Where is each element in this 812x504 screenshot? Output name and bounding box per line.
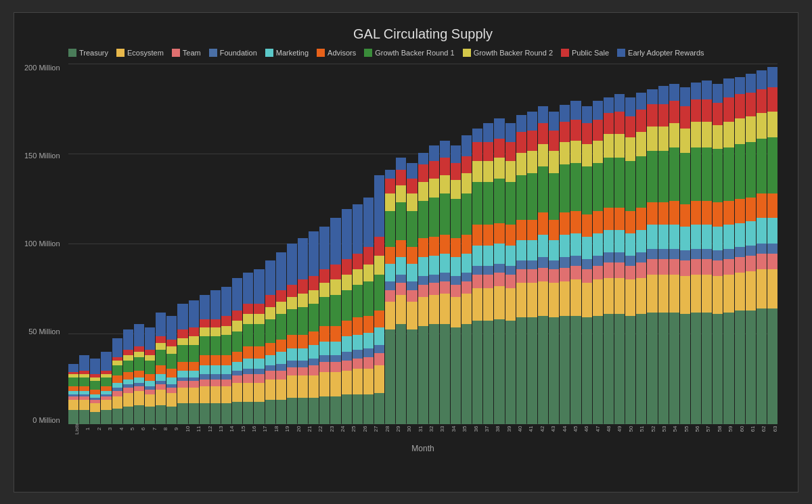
bar-segment bbox=[319, 362, 330, 372]
bar-segment bbox=[723, 275, 734, 313]
bar-segment bbox=[746, 74, 756, 93]
x-axis-label: 18 bbox=[273, 423, 279, 434]
x-axis-label: 5 bbox=[129, 423, 135, 434]
legend-item: Ecosystem bbox=[116, 49, 164, 57]
bar-group bbox=[570, 64, 581, 424]
bar-group bbox=[319, 64, 330, 424]
bar-segment bbox=[461, 324, 472, 423]
bar-segment bbox=[702, 275, 712, 313]
bar-segment bbox=[177, 371, 187, 377]
bar-segment bbox=[200, 403, 210, 423]
legend-color-swatch bbox=[209, 49, 217, 57]
bar-segment bbox=[538, 316, 548, 424]
bar-segment bbox=[636, 278, 646, 314]
bar-segment bbox=[287, 398, 297, 423]
bar-segment bbox=[560, 212, 570, 235]
bar-segment bbox=[342, 352, 352, 361]
legend-color-swatch bbox=[617, 49, 625, 57]
bar-segment bbox=[68, 364, 78, 373]
x-axis-label: 1 bbox=[85, 423, 91, 434]
bar-segment bbox=[757, 70, 767, 89]
bar-segment bbox=[123, 329, 133, 350]
bar-segment bbox=[287, 285, 297, 297]
bar-segment bbox=[287, 361, 297, 367]
bar-segment bbox=[189, 388, 199, 403]
bar-segment bbox=[735, 77, 745, 94]
bars-area bbox=[68, 64, 777, 424]
bar-segment bbox=[319, 227, 330, 269]
bar-group bbox=[68, 64, 78, 424]
x-axis-label: 7 bbox=[152, 423, 158, 434]
bar-segment bbox=[746, 142, 756, 197]
bar-segment bbox=[625, 161, 635, 211]
bar-segment bbox=[123, 361, 133, 373]
bar-segment bbox=[757, 139, 767, 193]
bar-segment bbox=[200, 327, 210, 336]
bar-segment bbox=[309, 304, 319, 331]
bar-segment bbox=[636, 230, 646, 252]
bar-segment bbox=[680, 260, 690, 276]
x-axis-label: Listing bbox=[74, 423, 80, 434]
bar-segment bbox=[560, 122, 570, 142]
x-axis-label: 44 bbox=[562, 423, 568, 434]
bar-segment bbox=[243, 383, 253, 402]
bar-segment bbox=[527, 260, 537, 269]
bar-segment bbox=[757, 244, 767, 254]
bar-segment bbox=[243, 402, 253, 424]
bar-segment bbox=[680, 129, 690, 153]
bar-segment bbox=[385, 247, 395, 264]
bar-group bbox=[593, 64, 603, 424]
bar-segment bbox=[549, 151, 559, 173]
bar-segment bbox=[625, 116, 635, 137]
bar-segment bbox=[396, 295, 406, 324]
bar-segment bbox=[79, 410, 89, 423]
bar-segment bbox=[112, 409, 122, 424]
bar-segment bbox=[342, 321, 352, 336]
bar-segment bbox=[746, 246, 756, 256]
bar-segment bbox=[625, 211, 635, 233]
bar-segment bbox=[461, 235, 472, 254]
bar-segment bbox=[210, 336, 221, 355]
bar-segment bbox=[582, 283, 592, 317]
bar-segment bbox=[647, 104, 657, 127]
bar-segment bbox=[451, 327, 461, 423]
bar-segment bbox=[647, 249, 657, 259]
bar-segment bbox=[582, 166, 592, 214]
bar-segment bbox=[68, 386, 78, 392]
bar-segment bbox=[232, 402, 242, 424]
bar-segment bbox=[145, 327, 155, 350]
bar-segment bbox=[385, 264, 395, 281]
bar-segment bbox=[156, 365, 166, 374]
bar-segment bbox=[735, 223, 745, 248]
bar-segment bbox=[549, 260, 559, 269]
bar-segment bbox=[429, 324, 439, 423]
bar-segment bbox=[614, 278, 625, 314]
bar-group bbox=[604, 64, 614, 424]
bar-segment bbox=[276, 314, 286, 340]
legend-color-swatch bbox=[116, 49, 125, 57]
bar-segment bbox=[669, 147, 679, 201]
bar-segment bbox=[614, 158, 625, 208]
bar-segment bbox=[319, 372, 330, 396]
bar-segment bbox=[570, 163, 581, 211]
bar-segment bbox=[353, 335, 363, 350]
bar-segment bbox=[166, 354, 177, 369]
bar-segment bbox=[713, 202, 723, 227]
bar-segment bbox=[658, 259, 669, 275]
bar-segment bbox=[570, 316, 581, 424]
bar-segment bbox=[90, 381, 100, 390]
bar-segment bbox=[429, 145, 439, 161]
bar-segment bbox=[353, 394, 363, 423]
x-axis-label: 29 bbox=[395, 423, 401, 434]
bar-segment bbox=[112, 375, 122, 382]
bar-segment bbox=[221, 380, 231, 386]
bar-segment bbox=[276, 380, 286, 400]
bar-segment bbox=[702, 249, 712, 259]
bar-segment bbox=[440, 175, 450, 194]
bar-segment bbox=[735, 118, 745, 144]
bar-segment bbox=[440, 235, 450, 254]
bar-segment bbox=[538, 281, 548, 316]
bar-segment bbox=[669, 259, 679, 275]
bar-group bbox=[276, 64, 286, 424]
bar-segment bbox=[112, 361, 122, 366]
